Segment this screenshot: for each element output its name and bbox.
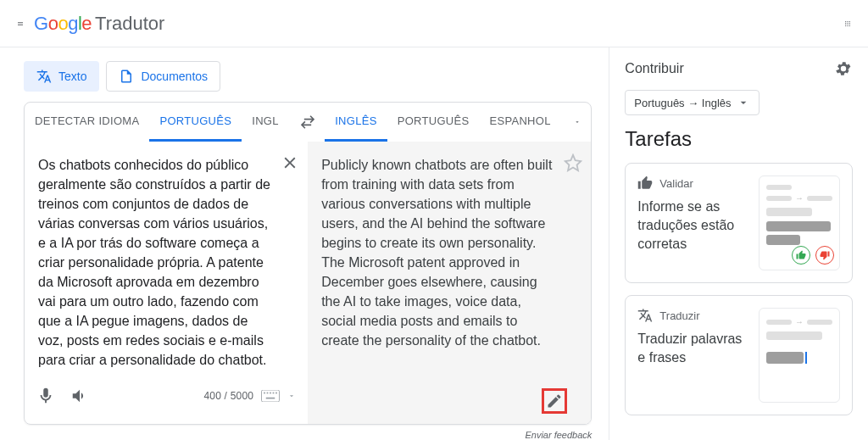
svg-rect-13 <box>273 393 275 394</box>
translation-output: Publicly known chatbots are often built … <box>321 155 555 350</box>
task-translate-desc: Traduzir palavras e frases <box>637 330 748 367</box>
svg-point-6 <box>845 25 846 25</box>
svg-point-7 <box>847 25 848 25</box>
clear-source-button[interactable] <box>281 153 299 172</box>
validate-icon <box>637 175 653 191</box>
char-count: 400 / 5000 <box>203 390 253 402</box>
chevron-down-icon <box>737 96 750 109</box>
contribute-title: Contribuir <box>625 61 683 76</box>
google-logo: Google Tradutor <box>34 13 164 35</box>
mode-documents-button[interactable]: Documentos <box>106 61 220 92</box>
svg-rect-11 <box>267 393 269 394</box>
tasks-heading: Tarefas <box>625 127 853 151</box>
swap-languages-button[interactable] <box>291 103 325 142</box>
svg-point-2 <box>849 21 850 22</box>
task-validate-desc: Informe se as traduções estão corretas <box>637 198 748 253</box>
source-text[interactable]: Os chatbots conhecidos do público geralm… <box>38 155 272 370</box>
svg-point-0 <box>845 21 846 22</box>
mode-text-label: Texto <box>58 70 86 83</box>
thumb-up-icon <box>792 246 810 265</box>
target-tab-portuguese[interactable]: PORTUGUÊS <box>387 103 480 142</box>
svg-point-1 <box>847 21 848 22</box>
keyboard-icon[interactable] <box>260 389 281 403</box>
svg-rect-9 <box>262 390 280 402</box>
suggest-edit-button[interactable] <box>542 388 567 414</box>
translate-icon <box>36 69 52 84</box>
svg-rect-14 <box>275 393 277 394</box>
apps-grid-icon[interactable] <box>837 14 858 34</box>
mic-input-button[interactable] <box>36 387 55 405</box>
task-translate-preview: → <box>759 308 840 403</box>
source-more-langs-icon[interactable] <box>282 114 291 131</box>
svg-point-5 <box>849 23 850 24</box>
language-pair-selector[interactable]: Português → Inglês <box>625 90 759 115</box>
hamburger-menu-icon[interactable] <box>10 14 31 34</box>
target-more-langs-icon[interactable] <box>569 114 586 131</box>
language-pair-label: Português → Inglês <box>634 97 731 109</box>
keyboard-chevron-icon[interactable] <box>287 392 296 400</box>
task-validate-label: Validar <box>659 177 693 190</box>
mode-text-button[interactable]: Texto <box>24 61 99 92</box>
svg-rect-15 <box>266 398 275 399</box>
product-name: Tradutor <box>95 13 164 35</box>
source-tab-english[interactable]: INGL <box>242 103 282 142</box>
document-icon <box>119 69 134 84</box>
send-feedback-link[interactable]: Enviar feedback <box>525 430 592 440</box>
target-tab-spanish[interactable]: ESPANHOL <box>479 103 560 142</box>
task-validate-preview: → <box>759 175 840 270</box>
listen-source-button[interactable] <box>70 387 89 405</box>
save-star-button[interactable] <box>564 153 582 172</box>
settings-gear-icon[interactable] <box>834 59 853 78</box>
svg-rect-10 <box>264 393 265 394</box>
task-card-translate[interactable]: Traduzir Traduzir palavras e frases → <box>625 295 853 415</box>
svg-point-3 <box>845 23 846 24</box>
target-tab-english[interactable]: INGLÊS <box>325 103 387 142</box>
task-card-validate[interactable]: Validar Informe se as traduções estão co… <box>625 163 853 283</box>
source-tab-detect[interactable]: DETECTAR IDIOMA <box>25 103 149 142</box>
svg-point-8 <box>849 25 850 25</box>
mode-documents-label: Documentos <box>141 70 208 83</box>
svg-rect-12 <box>270 393 271 394</box>
svg-point-4 <box>847 23 848 24</box>
thumb-down-icon <box>815 246 834 265</box>
source-tab-portuguese[interactable]: PORTUGUÊS <box>149 103 242 142</box>
task-translate-label: Traduzir <box>659 309 699 322</box>
translate-task-icon <box>637 308 653 323</box>
